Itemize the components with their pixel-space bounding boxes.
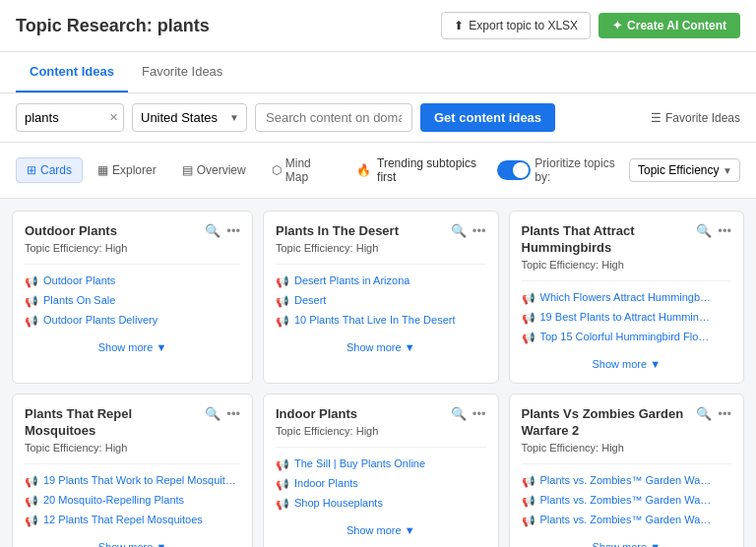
header: Topic Research: plants ⬆ Export topic to… [0,0,756,52]
megaphone-icon: 📢 [25,475,38,488]
export-button[interactable]: ⬆ Export topic to XLSX [441,12,591,39]
card-title: Plants That Repel Mosquitoes [25,406,205,440]
card-items: 📢Which Flowers Attract Hummingbirds? 📢19… [522,291,732,344]
search-card-icon[interactable]: 🔍 [205,406,220,421]
card-items: 📢19 Plants That Work to Repel Mosquitos … [25,474,240,527]
show-more-section: Show more ▼ [522,356,732,371]
list-item: 📢Plants vs. Zombies™ Garden Warfare 2 [522,474,732,488]
card-plants-desert: Plants In The Desert 🔍 ••• Topic Efficie… [263,211,499,384]
list-item: 📢Outdoor Plants [25,274,240,288]
list-item: 📢12 Plants That Repel Mosquitoes [25,514,240,527]
show-more-link[interactable]: Show more ▼ [346,524,415,536]
title-keyword: plants [158,16,210,35]
create-ai-label: Create AI Content [627,19,726,32]
card-efficiency: Topic Efficiency: High [522,259,732,271]
card-header: Plants In The Desert 🔍 ••• [276,223,486,240]
show-more-link[interactable]: Show more ▼ [592,541,661,547]
card-actions: 🔍 ••• [451,223,486,238]
more-options-icon[interactable]: ••• [718,406,731,421]
card-divider [25,264,240,265]
list-item: 📢Which Flowers Attract Hummingbirds? [522,291,732,305]
card-actions: 🔍 ••• [205,223,240,238]
trending-section: 🔥 Trending subtopics first [356,156,531,184]
megaphone-icon: 📢 [25,295,38,308]
card-efficiency: Topic Efficiency: High [522,442,732,454]
view-mind-map-button[interactable]: ⬡ Mind Map [261,151,345,190]
more-options-icon[interactable]: ••• [226,406,240,421]
more-options-icon[interactable]: ••• [472,223,486,238]
view-overview-button[interactable]: ▤ Overview [171,157,257,183]
megaphone-icon: 📢 [276,478,289,491]
megaphone-icon: 📢 [25,495,38,508]
more-options-icon[interactable]: ••• [472,406,486,421]
show-more-link[interactable]: Show more ▼ [346,341,415,353]
cards-grid: Outdoor Plants 🔍 ••• Topic Efficiency: H… [0,199,756,547]
trending-toggle[interactable] [497,160,531,180]
megaphone-icon: 📢 [522,292,536,305]
list-item: 📢19 Plants That Work to Repel Mosquitos … [25,474,240,488]
show-more-link[interactable]: Show more ▼ [592,358,661,370]
card-title: Plants In The Desert [276,223,451,240]
megaphone-icon: 📢 [522,495,536,508]
more-options-icon[interactable]: ••• [226,223,240,238]
card-divider [25,463,240,464]
card-efficiency: Topic Efficiency: High [25,242,240,254]
megaphone-icon: 📢 [276,295,289,308]
card-title: Outdoor Plants [25,223,205,240]
country-wrapper: United States ▼ [132,103,247,132]
search-card-icon[interactable]: 🔍 [696,223,712,238]
list-item: 📢Outdoor Plants Delivery [25,314,240,328]
megaphone-icon: 📢 [25,315,38,328]
card-title: Indoor Plants [276,406,451,423]
megaphone-icon: 📢 [522,312,536,325]
search-card-icon[interactable]: 🔍 [451,406,467,421]
clear-keyword-icon[interactable]: ✕ [109,111,118,124]
card-actions: 🔍 ••• [451,406,486,421]
create-ai-button[interactable]: ✦ Create AI Content [598,13,740,38]
cards-icon: ⊞ [27,163,36,177]
list-item: 📢Indoor Plants [276,477,486,491]
overview-icon: ▤ [182,163,193,177]
megaphone-icon: 📢 [522,475,536,488]
keyword-input[interactable] [16,103,124,132]
favorite-ideas-link[interactable]: ☰ Favorite Ideas [651,111,740,125]
view-cards-button[interactable]: ⊞ Cards [16,157,83,183]
get-content-button[interactable]: Get content ideas [420,103,555,132]
show-more-section: Show more ▼ [25,539,240,547]
show-more-section: Show more ▼ [276,522,486,537]
keyword-wrapper: ✕ [16,103,124,132]
priority-select[interactable]: Topic Efficiency [629,158,740,182]
more-options-icon[interactable]: ••• [718,223,731,238]
list-item: 📢Desert [276,294,486,308]
show-more-link[interactable]: Show more ▼ [98,341,167,353]
megaphone-icon: 📢 [276,275,289,288]
show-more-section: Show more ▼ [522,539,732,547]
search-card-icon[interactable]: 🔍 [696,406,712,421]
title-prefix: Topic Research: [16,16,158,35]
search-card-icon[interactable]: 🔍 [451,223,467,238]
search-card-icon[interactable]: 🔍 [205,223,220,238]
tab-content-ideas[interactable]: Content Ideas [16,52,128,92]
card-hummingbirds: Plants That Attract Hummingbirds 🔍 ••• T… [509,211,745,384]
priority-wrapper: Topic Efficiency ▼ [629,158,740,182]
card-divider [276,447,486,448]
megaphone-icon: 📢 [522,332,536,344]
domain-search-input[interactable] [255,103,412,132]
card-items: 📢The Sill | Buy Plants Online 📢Indoor Pl… [276,457,486,511]
card-outdoor-plants: Outdoor Plants 🔍 ••• Topic Efficiency: H… [12,211,253,384]
card-divider [276,264,486,265]
tab-favorite-ideas[interactable]: Favorite Ideas [128,52,236,92]
megaphone-icon: 📢 [25,515,38,527]
card-indoor-plants: Indoor Plants 🔍 ••• Topic Efficiency: Hi… [263,394,499,547]
page-title: Topic Research: plants [16,16,210,36]
view-explorer-button[interactable]: ▦ Explorer [87,157,167,183]
card-divider [522,463,732,464]
chevron-down-icon: ▼ [650,358,661,370]
show-more-link[interactable]: Show more ▼ [98,541,167,547]
view-controls-bar: ⊞ Cards ▦ Explorer ▤ Overview ⬡ Mind Map… [0,143,756,199]
list-item: 📢19 Best Plants to Attract Hummingbirds … [522,311,732,325]
prioritize-section: Prioritize topics by: Topic Efficiency ▼ [535,156,740,184]
card-items: 📢Desert Plants in Arizona 📢Desert 📢10 Pl… [276,274,486,328]
megaphone-icon: 📢 [276,315,289,328]
country-select[interactable]: United States [132,103,247,132]
